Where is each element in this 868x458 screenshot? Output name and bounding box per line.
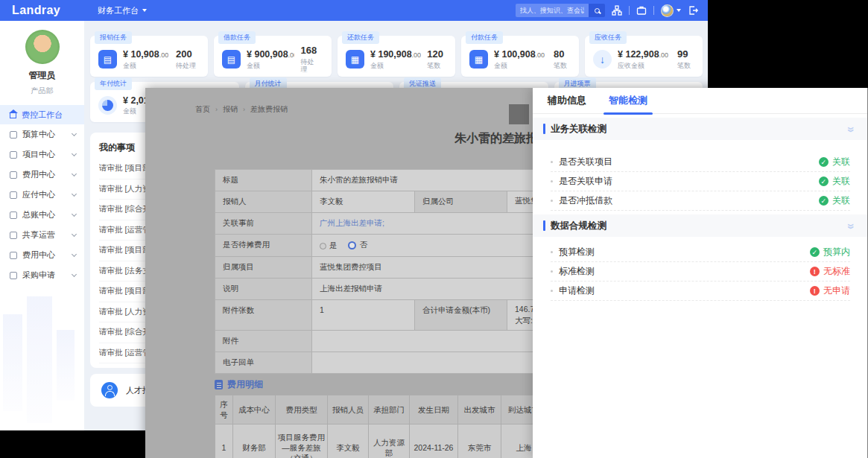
sidebar-menu-item[interactable]: 项目中心 xyxy=(0,144,84,165)
detection-label: 是否关联项目 xyxy=(559,156,612,168)
breadcrumb-home[interactable]: 首页 xyxy=(195,104,210,115)
search-icon xyxy=(595,8,600,13)
radio-label: 是 xyxy=(329,241,338,251)
table-cell: 李文毅 xyxy=(328,424,369,458)
form-value: 李文毅 xyxy=(312,191,414,212)
detection-status: 关联 xyxy=(819,175,851,188)
card-badge: 年付统计 xyxy=(95,77,132,90)
column-header: 序号 xyxy=(215,395,233,424)
card-badge: 借款任务 xyxy=(218,31,256,44)
column-header: 报销人员 xyxy=(328,395,369,424)
chevron-down-icon xyxy=(72,150,77,156)
form-label: 归属公司 xyxy=(414,191,507,212)
tab-smart-detection[interactable]: 智能检测 xyxy=(609,94,647,107)
sidebar-menu-item[interactable]: 总账中心 xyxy=(0,205,84,225)
breadcrumb-section[interactable]: 报销 xyxy=(223,104,238,115)
breadcrumb-separator: › xyxy=(243,106,245,113)
user-name: 管理员 xyxy=(0,69,84,82)
radio-option-no[interactable]: 否 xyxy=(348,240,367,250)
section-data-compliance[interactable]: 数据合规检测 xyxy=(533,214,868,237)
status-text: 关联 xyxy=(832,194,850,207)
form-label: 是否待摊费用 xyxy=(215,235,312,256)
menu-item-icon xyxy=(10,211,17,219)
stat-card[interactable]: 应收任务 ¥ 122,908.00 应收金额 99 笔数 xyxy=(585,36,703,77)
stat-card[interactable]: 还款任务 ¥ 190,908.00 金额 120 笔数 xyxy=(338,36,455,77)
menu-item-label: 应付中心 xyxy=(22,189,55,200)
section-title: 数据合规检测 xyxy=(551,220,606,232)
stat-card[interactable]: 借款任务 ¥ 900,908.00 金额 168 待处理 xyxy=(214,36,332,77)
tab-auxiliary-info[interactable]: 辅助信息 xyxy=(548,94,586,107)
search-button[interactable] xyxy=(589,4,605,17)
top-navbar: Landray 财务工作台 xyxy=(0,0,708,21)
sidebar-menu-item[interactable]: 应付中心 xyxy=(0,185,84,205)
form-label: 附件张数 xyxy=(215,300,312,330)
form-value: 1 xyxy=(312,300,414,330)
chevron-down-icon xyxy=(72,130,77,136)
panel-toggle-button[interactable] xyxy=(509,104,529,124)
menu-item-icon xyxy=(10,232,17,239)
menu-item-icon xyxy=(10,151,17,159)
workspace-switcher[interactable]: 财务工作台 xyxy=(98,5,147,16)
card-count-block: 80 笔数 xyxy=(554,49,573,69)
document-icon xyxy=(215,380,223,389)
form-label: 电子回单 xyxy=(215,352,312,373)
status-text: 无申请 xyxy=(823,284,850,297)
card-count-block: 168 待处理 xyxy=(300,45,326,74)
column-header: 发生日期 xyxy=(410,395,458,424)
divider xyxy=(653,6,654,15)
status-text: 关联 xyxy=(832,156,850,168)
sidebar-menu-item[interactable]: 预算中心 xyxy=(0,124,84,144)
drawer-tabs: 辅助信息 智能检测 xyxy=(533,88,868,114)
avatar xyxy=(661,4,674,17)
chevron-down-icon xyxy=(677,9,681,12)
landray-logo: Landray xyxy=(12,4,60,17)
status-icon xyxy=(810,267,820,277)
detection-item: 标准检测 无标准 xyxy=(551,262,850,282)
radio-option-yes[interactable]: 是 xyxy=(320,241,338,251)
chevron-down-icon xyxy=(72,191,77,196)
menu-item-label: 总账中心 xyxy=(22,209,55,220)
card-count-block: 200 待处理 xyxy=(176,49,202,69)
table-cell: 东莞市 xyxy=(458,424,501,458)
task-stat-cards: 报销任务 ¥ 10,908.00 金额 200 待处理 借款任务 xyxy=(90,36,703,77)
column-header: 成本中心 xyxy=(233,395,276,424)
user-department: 产品部 xyxy=(0,86,84,96)
card-badge: 还款任务 xyxy=(342,31,379,44)
detection-label: 是否冲抵借款 xyxy=(559,194,612,207)
menu-item-icon xyxy=(10,171,17,179)
form-label: 关联事前 xyxy=(215,213,312,234)
status-text: 预算内 xyxy=(823,246,850,258)
card-amount-block: ¥ 100,908.00 金额 xyxy=(494,49,545,69)
detection-status: 无标准 xyxy=(810,265,851,278)
sidebar-menu-item[interactable]: 费用中心 xyxy=(0,245,84,265)
card-icon xyxy=(98,50,117,69)
column-header: 出发城市 xyxy=(458,395,501,424)
workspace-label: 财务工作台 xyxy=(98,5,139,16)
sidebar-menu-item[interactable]: 费用中心 xyxy=(0,165,84,185)
radio-label: 否 xyxy=(359,240,367,250)
chevron-down-icon xyxy=(72,271,77,276)
left-sidebar: 管理员 产品部 费控工作台 预算中心 项目中心 费用中心 应付中心 xyxy=(0,21,84,430)
stat-card[interactable]: 报销任务 ¥ 10,908.00 金额 200 待处理 xyxy=(90,36,208,77)
search-input[interactable] xyxy=(516,4,589,17)
column-header: 承担部门 xyxy=(369,395,410,424)
sidebar-item-expense-workspace[interactable]: 费控工作台 xyxy=(0,105,84,124)
chevron-down-icon xyxy=(72,231,77,236)
logout-icon[interactable] xyxy=(688,5,699,16)
menu-item-icon xyxy=(10,191,17,199)
home-icon xyxy=(10,113,16,118)
status-text: 关联 xyxy=(832,175,850,188)
stat-card[interactable]: 付款任务 ¥ 100,908.00 金额 80 笔数 xyxy=(461,36,579,77)
briefcase-icon[interactable] xyxy=(636,5,647,16)
org-chart-icon[interactable] xyxy=(612,5,622,16)
sidebar-menu-item[interactable]: 共享运营 xyxy=(0,225,84,245)
user-avatar[interactable] xyxy=(25,30,60,64)
sidebar-item-label: 费控工作台 xyxy=(22,109,63,121)
section-business-relation[interactable]: 业务关联检测 xyxy=(533,118,868,140)
card-amount-block: ¥ 122,908.00 应收金额 xyxy=(618,49,668,69)
user-menu[interactable] xyxy=(661,4,681,17)
expense-detail-modal: 首页 › 报销 › 差旅费报销 朱小雷的差旅报销 标题 朱小雷的差旅报销申请 报… xyxy=(145,88,868,458)
card-icon xyxy=(469,50,488,69)
sidebar-menu-item[interactable]: 采购申请 xyxy=(0,265,84,285)
menu-item-label: 费用中心 xyxy=(22,249,55,261)
